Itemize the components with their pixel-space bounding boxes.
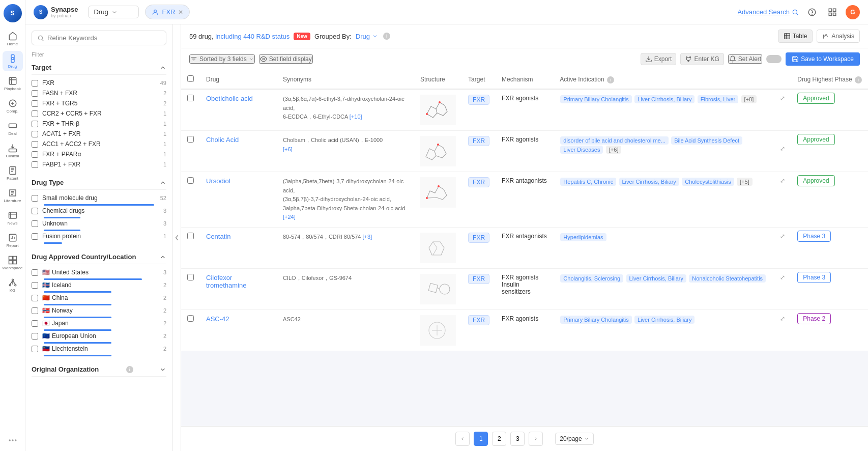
synonyms-more-1[interactable]: [+10] — [350, 114, 362, 120]
pagination-next-button[interactable] — [529, 432, 543, 446]
enter-kg-button[interactable]: Enter KG — [680, 53, 724, 65]
filter-search-input[interactable] — [47, 34, 161, 42]
filter-checkbox-unknown[interactable] — [32, 220, 38, 227]
drug-name-6[interactable]: ASC-42 — [206, 315, 229, 323]
indication-more-2[interactable]: [+6] — [606, 146, 622, 154]
indication-tag-6a[interactable]: Primary Biliary Cholangitis — [560, 316, 631, 324]
filter-checkbox-acat1[interactable] — [32, 131, 38, 137]
indication-tag-5b[interactable]: Liver Cirrhosis, Biliary — [626, 274, 686, 283]
filter-checkbox-small-molecule[interactable] — [32, 195, 38, 202]
sidebar-item-playbook[interactable]: Playbook — [3, 73, 23, 94]
indication-tag-1a[interactable]: Primary Biliary Cholangitis — [560, 95, 631, 103]
synonyms-more-4[interactable]: [+3] — [363, 234, 372, 240]
expand-icon-5[interactable]: ⤢ — [780, 274, 785, 281]
pagination-page-1[interactable]: 1 — [474, 432, 488, 446]
filter-section-target-header[interactable]: Target — [32, 61, 166, 75]
filter-checkbox-eu[interactable] — [32, 333, 38, 340]
target-badge-6[interactable]: FXR — [468, 315, 489, 325]
indication-tag-1c[interactable]: Fibrosis, Liver — [698, 95, 738, 103]
filter-checkbox-usa[interactable] — [32, 269, 38, 276]
analysis-view-button[interactable]: Analysis — [817, 30, 860, 43]
filter-item-unknown[interactable]: Unknown 3 — [32, 218, 166, 229]
alert-toggle[interactable] — [766, 55, 782, 63]
row-checkbox-3[interactable] — [187, 177, 194, 184]
help-icon[interactable] — [805, 5, 819, 19]
filter-section-drug-type-header[interactable]: Drug Type — [32, 176, 166, 190]
filter-item-fxr-tgr5[interactable]: FXR + TGR5 2 — [32, 98, 166, 108]
row-checkbox-4[interactable] — [187, 233, 194, 239]
pagination-page-2[interactable]: 2 — [492, 432, 506, 446]
filter-checkbox-fusion[interactable] — [32, 233, 38, 240]
indication-tag-2b[interactable]: Bile Acid Synthesis Defect — [671, 136, 742, 145]
sort-button[interactable]: Sorted by 3 fields — [189, 54, 255, 64]
filter-section-org-header[interactable]: Original Organization i — [32, 362, 166, 377]
filter-checkbox-chemical[interactable] — [32, 208, 38, 214]
drug-name-3[interactable]: Ursodiol — [206, 177, 230, 185]
sidebar-item-workspace[interactable]: Workspace — [3, 252, 23, 273]
user-avatar[interactable]: G — [846, 5, 860, 19]
table-view-button[interactable]: Table — [778, 30, 813, 43]
tab-fxr[interactable]: FXR ✕ — [145, 5, 190, 19]
expand-icon-2[interactable]: ⤢ — [780, 145, 785, 152]
row-checkbox-1[interactable] — [187, 95, 194, 101]
filter-checkbox-iceland[interactable] — [32, 282, 38, 289]
filter-search-container[interactable] — [32, 31, 166, 45]
target-badge-4[interactable]: FXR — [468, 233, 489, 243]
filter-checkbox-fasn-fxr[interactable] — [32, 90, 38, 97]
filter-checkbox-fxr[interactable] — [32, 80, 38, 87]
drug-name-5[interactable]: Cilofexor tromethamine — [206, 274, 246, 289]
grouped-info-icon[interactable]: i — [383, 33, 390, 40]
sidebar-item-literature[interactable]: Literature — [3, 185, 23, 206]
expand-icon-6[interactable]: ⤢ — [780, 315, 785, 322]
pagination-prev-button[interactable] — [455, 432, 470, 446]
row-checkbox-6[interactable] — [187, 315, 194, 322]
indication-tag-3b[interactable]: Liver Cirrhosis, Biliary — [619, 178, 679, 186]
indication-tag-5a[interactable]: Cholangitis, Sclerosing — [560, 274, 623, 283]
filter-checkbox-norway[interactable] — [32, 307, 38, 314]
filter-item-norway[interactable]: 🇳🇴 Norway 2 — [32, 305, 166, 316]
indication-tag-2c[interactable]: Liver Diseases — [560, 146, 603, 154]
drug-name-1[interactable]: Obeticholic acid — [206, 95, 253, 102]
filter-checkbox-fabp1[interactable] — [32, 161, 38, 168]
alert-button[interactable]: Set Alert — [728, 54, 762, 64]
indication-tag-3a[interactable]: Hepatitis C, Chronic — [560, 178, 616, 186]
search-type-selector[interactable]: Drug — [88, 6, 139, 18]
sidebar-item-patent[interactable]: Patent — [3, 163, 23, 183]
indication-more-3[interactable]: [+5] — [737, 178, 753, 186]
filter-checkbox-fxr-thr[interactable] — [32, 121, 38, 127]
row-checkbox-2[interactable] — [187, 136, 194, 143]
filter-item-acat1[interactable]: ACAT1 + FXR 1 — [32, 129, 166, 139]
logo-icon[interactable]: S — [4, 4, 22, 22]
field-display-button[interactable]: Set field display — [259, 54, 313, 64]
sidebar-item-kg[interactable]: KG — [3, 275, 23, 295]
sidebar-item-clinical[interactable]: Clinical — [3, 140, 23, 161]
drug-name-4[interactable]: Centatin — [206, 233, 230, 240]
target-badge-1[interactable]: FXR — [468, 95, 489, 105]
filter-item-liechtenstein[interactable]: 🇱🇮 Liechtenstein 2 — [32, 344, 166, 354]
indication-info-icon[interactable]: i — [607, 76, 614, 83]
filter-item-china[interactable]: 🇨🇳 China 2 — [32, 293, 166, 303]
org-info-icon[interactable]: i — [126, 366, 133, 373]
indication-tag-3c[interactable]: Cholecystolithiasis — [682, 178, 734, 186]
filter-item-fabp1[interactable]: FABP1 + FXR 1 — [32, 159, 166, 170]
sidebar-item-report[interactable]: Report — [3, 230, 23, 250]
filter-item-acc1[interactable]: ACC1 + ACC2 + FXR 1 — [32, 139, 166, 149]
advanced-search-link[interactable]: Advanced Search — [737, 8, 799, 16]
expand-icon-3[interactable]: ⤢ — [780, 177, 785, 184]
indication-more-1[interactable]: [+8] — [741, 95, 757, 103]
rd-status-link[interactable]: including 440 R&D status — [215, 33, 290, 40]
expand-icon-4[interactable]: ⤢ — [780, 233, 785, 240]
filter-item-usa[interactable]: 🇺🇸 United States 3 — [32, 267, 166, 277]
target-badge-5[interactable]: FXR — [468, 274, 489, 284]
indication-tag-5c[interactable]: Nonalcoholic Steatohepatitis — [689, 274, 766, 283]
filter-checkbox-liechtenstein[interactable] — [32, 346, 38, 352]
filter-item-ccr2[interactable]: CCR2 + CCR5 + FXR 1 — [32, 108, 166, 119]
export-button[interactable]: Export — [641, 53, 677, 65]
indication-tag-1b[interactable]: Liver Cirrhosis, Biliary — [634, 95, 695, 103]
filter-item-small-molecule[interactable]: Small molecule drug 52 — [32, 193, 166, 203]
filter-checkbox-fxr-ppar[interactable] — [32, 151, 38, 158]
pagination-page-3[interactable]: 3 — [510, 432, 525, 446]
indication-tag-4a[interactable]: Hyperlipidemias — [560, 233, 606, 241]
grouped-by-selector[interactable]: Drug — [356, 33, 378, 40]
filter-item-fxr[interactable]: FXR 49 — [32, 78, 166, 88]
